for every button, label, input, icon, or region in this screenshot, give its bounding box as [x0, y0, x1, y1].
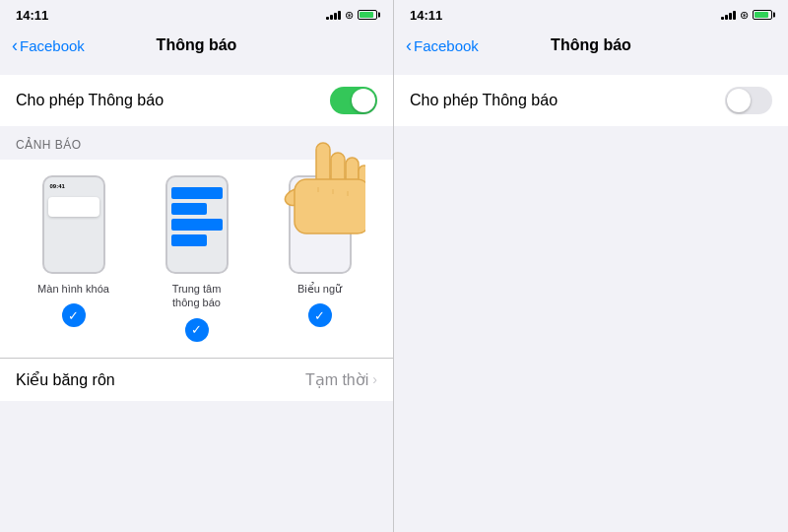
banner-style-value-container: Tạm thời ›	[305, 370, 377, 389]
battery-icon-right	[753, 10, 772, 20]
chevron-right-icon: ›	[372, 371, 377, 387]
alert-options-section: 09:41 Màn hình khóa ✓	[0, 160, 393, 358]
signal-bars-left	[326, 10, 341, 20]
back-text-left: Facebook	[20, 37, 85, 54]
allow-notifications-section-right: Cho phép Thông báo	[394, 75, 788, 126]
notif-center-lines	[171, 187, 223, 246]
signal-bar-r3	[729, 13, 732, 20]
notifications-toggle[interactable]	[330, 87, 377, 114]
banner-style-label: Kiểu băng rôn	[16, 370, 115, 389]
page-title-left: Thông báo	[157, 36, 237, 54]
status-icons-right: ⊛	[721, 9, 772, 22]
right-panel: 14:11 ⊛ ‹ Facebook Thông báo Cho phép T	[394, 0, 788, 532]
signal-bar-r1	[721, 17, 724, 20]
banner-style-row[interactable]: Kiểu băng rôn Tạm thời ›	[0, 358, 393, 401]
preview-time-lock: 09:41	[50, 183, 65, 189]
status-icons-left: ⊛	[326, 9, 377, 22]
back-text-right: Facebook	[414, 37, 479, 54]
toggle-thumb	[352, 89, 375, 112]
signal-bar-r4	[733, 11, 736, 20]
notifications-toggle-right[interactable]	[725, 87, 772, 114]
status-time-right: 14:11	[410, 8, 442, 23]
back-arrow-left: ‹	[12, 36, 18, 54]
wifi-icon-right: ⊛	[740, 9, 749, 22]
alert-options-list: 09:41 Màn hình khóa ✓	[16, 175, 377, 342]
notif-center-label: Trung tâmthông báo	[172, 282, 222, 310]
content-right: Cho phép Thông báo	[394, 67, 788, 532]
signal-bar-2	[330, 15, 333, 20]
signal-bar-r2	[725, 15, 728, 20]
allow-notifications-row-right: Cho phép Thông báo	[394, 75, 788, 126]
notif-center-check: ✓	[185, 318, 209, 342]
banner-style-value: Tạm thời	[305, 370, 368, 389]
status-time-left: 14:11	[16, 8, 48, 23]
nav-bar-left: ‹ Facebook Thông báo	[0, 28, 393, 67]
notif-line-3	[171, 219, 223, 231]
page-title-right: Thông báo	[551, 36, 631, 54]
signal-bar-4	[338, 11, 341, 20]
signal-bars-right	[721, 10, 736, 20]
allow-notifications-row: Cho phép Thông báo	[0, 75, 393, 126]
allow-notifications-label: Cho phép Thông báo	[16, 92, 164, 109]
banner-preview	[289, 175, 352, 274]
battery-fill-left	[360, 12, 373, 18]
signal-bar-1	[326, 17, 329, 20]
battery-fill-right	[755, 12, 768, 18]
back-button-right[interactable]: ‹ Facebook	[406, 36, 479, 54]
lock-screen-label: Màn hình khóa	[37, 282, 109, 296]
banner-notification	[295, 185, 346, 201]
nav-bar-right: ‹ Facebook Thông báo	[394, 28, 788, 67]
section-header-canh-bao: CẢNH BÁO	[0, 126, 393, 156]
allow-notifications-label-right: Cho phép Thông báo	[410, 92, 558, 109]
alert-option-lock[interactable]: 09:41 Màn hình khóa ✓	[16, 175, 131, 342]
alert-option-banner[interactable]: Biểu ngữ ✓	[262, 175, 377, 342]
notif-line-4	[171, 234, 207, 246]
alert-option-notif-center[interactable]: Trung tâmthông báo ✓	[139, 175, 254, 342]
signal-bar-3	[334, 13, 337, 20]
left-panel: 14:11 ⊛ ‹ Facebook Thông báo Cho phép T	[0, 0, 394, 532]
lock-screen-preview: 09:41	[42, 175, 105, 274]
back-button-left[interactable]: ‹ Facebook	[12, 36, 85, 54]
content-left: Cho phép Thông báo CẢNH BÁO 09:41 Màn hì…	[0, 67, 393, 532]
banner-label: Biểu ngữ	[297, 282, 342, 296]
status-bar-right: 14:11 ⊛	[394, 0, 788, 28]
lock-notification	[48, 197, 99, 217]
banner-check: ✓	[308, 303, 332, 327]
notif-line-2	[171, 203, 207, 215]
status-bar-left: 14:11 ⊛	[0, 0, 393, 28]
wifi-icon-left: ⊛	[345, 9, 354, 22]
toggle-thumb-right	[727, 89, 751, 112]
lock-screen-check: ✓	[62, 303, 86, 327]
notif-line-1	[171, 187, 223, 199]
back-arrow-right: ‹	[406, 36, 412, 54]
allow-notifications-section: Cho phép Thông báo	[0, 75, 393, 126]
battery-icon-left	[358, 10, 377, 20]
notif-center-preview	[165, 175, 229, 274]
